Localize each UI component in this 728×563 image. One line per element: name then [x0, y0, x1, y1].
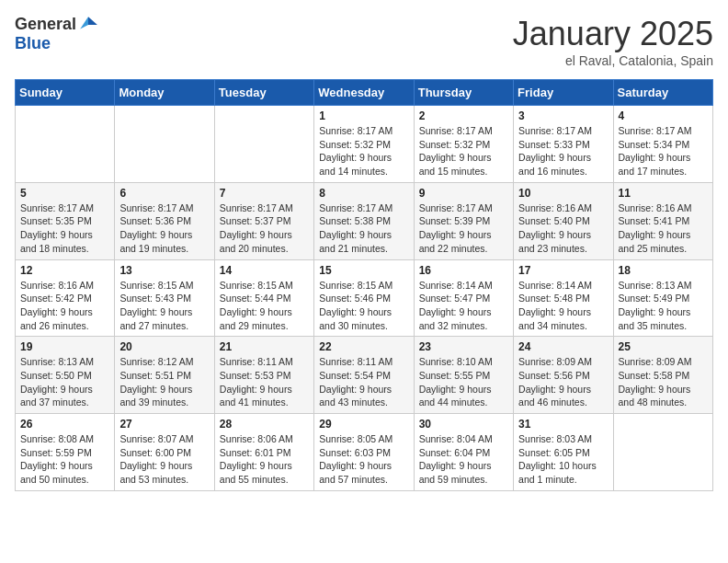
day-info: Sunrise: 8:13 AM Sunset: 5:50 PM Dayligh…	[20, 355, 109, 409]
day-number: 31	[518, 418, 608, 431]
day-number: 3	[518, 109, 608, 122]
day-cell: 23Sunrise: 8:10 AM Sunset: 5:55 PM Dayli…	[414, 337, 513, 414]
day-number: 4	[619, 109, 708, 122]
day-info: Sunrise: 8:03 AM Sunset: 6:05 PM Dayligh…	[518, 432, 608, 487]
day-number: 24	[518, 340, 608, 353]
day-cell: 3Sunrise: 8:17 AM Sunset: 5:33 PM Daylig…	[514, 106, 613, 183]
day-number: 6	[119, 187, 209, 200]
day-number: 21	[220, 340, 309, 353]
calendar-table: SundayMondayTuesdayWednesdayThursdayFrid…	[15, 79, 713, 491]
day-number: 14	[220, 264, 309, 277]
day-cell: 30Sunrise: 8:04 AM Sunset: 6:04 PM Dayli…	[414, 414, 513, 491]
day-number: 23	[419, 340, 508, 353]
week-row-1: 1Sunrise: 8:17 AM Sunset: 5:32 PM Daylig…	[16, 106, 713, 183]
day-cell	[214, 106, 313, 183]
day-info: Sunrise: 8:10 AM Sunset: 5:55 PM Dayligh…	[419, 355, 508, 409]
day-cell: 11Sunrise: 8:16 AM Sunset: 5:41 PM Dayli…	[613, 182, 712, 259]
day-cell: 1Sunrise: 8:17 AM Sunset: 5:32 PM Daylig…	[314, 106, 414, 183]
day-info: Sunrise: 8:14 AM Sunset: 5:47 PM Dayligh…	[419, 279, 508, 333]
day-info: Sunrise: 8:17 AM Sunset: 5:32 PM Dayligh…	[419, 124, 508, 178]
day-info: Sunrise: 8:12 AM Sunset: 5:51 PM Dayligh…	[119, 355, 209, 409]
day-number: 7	[220, 187, 309, 200]
svg-marker-1	[80, 17, 88, 29]
day-cell: 20Sunrise: 8:12 AM Sunset: 5:51 PM Dayli…	[115, 337, 214, 414]
day-number: 28	[220, 418, 309, 431]
day-cell: 27Sunrise: 8:07 AM Sunset: 6:00 PM Dayli…	[115, 414, 214, 491]
day-number: 12	[20, 264, 109, 277]
weekday-header-friday: Friday	[514, 80, 613, 106]
day-cell: 19Sunrise: 8:13 AM Sunset: 5:50 PM Dayli…	[16, 337, 115, 414]
day-cell: 8Sunrise: 8:17 AM Sunset: 5:38 PM Daylig…	[314, 182, 414, 259]
weekday-header-sunday: Sunday	[16, 80, 115, 106]
day-cell	[16, 106, 115, 183]
day-cell: 10Sunrise: 8:16 AM Sunset: 5:40 PM Dayli…	[514, 182, 613, 259]
day-number: 2	[419, 109, 508, 122]
day-info: Sunrise: 8:17 AM Sunset: 5:35 PM Dayligh…	[20, 201, 109, 256]
day-info: Sunrise: 8:05 AM Sunset: 6:03 PM Dayligh…	[319, 432, 408, 487]
day-number: 22	[319, 340, 408, 353]
weekday-header-thursday: Thursday	[414, 80, 513, 106]
day-cell: 6Sunrise: 8:17 AM Sunset: 5:36 PM Daylig…	[115, 182, 214, 259]
logo-general-text: General	[15, 16, 76, 34]
day-number: 29	[319, 418, 408, 431]
day-number: 27	[119, 418, 209, 431]
day-number: 13	[119, 264, 209, 277]
day-cell: 22Sunrise: 8:11 AM Sunset: 5:54 PM Dayli…	[314, 337, 414, 414]
page-header: General Blue January 2025 el Raval, Cata…	[15, 15, 713, 68]
day-number: 18	[619, 264, 708, 277]
logo: General Blue	[15, 15, 98, 53]
day-cell	[613, 414, 712, 491]
day-number: 25	[619, 340, 708, 353]
day-info: Sunrise: 8:11 AM Sunset: 5:54 PM Dayligh…	[319, 355, 408, 409]
day-info: Sunrise: 8:13 AM Sunset: 5:49 PM Dayligh…	[619, 279, 708, 333]
calendar-body: 1Sunrise: 8:17 AM Sunset: 5:32 PM Daylig…	[16, 106, 713, 491]
day-cell: 7Sunrise: 8:17 AM Sunset: 5:37 PM Daylig…	[214, 182, 313, 259]
day-number: 8	[319, 187, 408, 200]
day-info: Sunrise: 8:16 AM Sunset: 5:42 PM Dayligh…	[20, 279, 109, 333]
day-info: Sunrise: 8:16 AM Sunset: 5:41 PM Dayligh…	[619, 201, 708, 256]
day-info: Sunrise: 8:15 AM Sunset: 5:44 PM Dayligh…	[220, 279, 309, 333]
day-info: Sunrise: 8:04 AM Sunset: 6:04 PM Dayligh…	[419, 432, 508, 487]
day-info: Sunrise: 8:16 AM Sunset: 5:40 PM Dayligh…	[518, 201, 608, 256]
day-number: 5	[20, 187, 109, 200]
day-number: 1	[319, 109, 408, 122]
day-cell: 4Sunrise: 8:17 AM Sunset: 5:34 PM Daylig…	[613, 106, 712, 183]
day-info: Sunrise: 8:17 AM Sunset: 5:33 PM Dayligh…	[518, 124, 608, 178]
day-cell	[115, 106, 214, 183]
day-info: Sunrise: 8:15 AM Sunset: 5:43 PM Dayligh…	[119, 279, 209, 333]
day-cell: 17Sunrise: 8:14 AM Sunset: 5:48 PM Dayli…	[514, 259, 613, 337]
day-cell: 21Sunrise: 8:11 AM Sunset: 5:53 PM Dayli…	[214, 337, 313, 414]
day-info: Sunrise: 8:09 AM Sunset: 5:56 PM Dayligh…	[518, 355, 608, 409]
day-number: 15	[319, 264, 408, 277]
day-info: Sunrise: 8:07 AM Sunset: 6:00 PM Dayligh…	[119, 432, 209, 487]
day-info: Sunrise: 8:17 AM Sunset: 5:39 PM Dayligh…	[419, 201, 508, 256]
weekday-header-tuesday: Tuesday	[214, 80, 313, 106]
day-number: 10	[518, 187, 608, 200]
day-cell: 5Sunrise: 8:17 AM Sunset: 5:35 PM Daylig…	[16, 182, 115, 259]
day-cell: 2Sunrise: 8:17 AM Sunset: 5:32 PM Daylig…	[414, 106, 513, 183]
week-row-3: 12Sunrise: 8:16 AM Sunset: 5:42 PM Dayli…	[16, 259, 713, 337]
day-number: 17	[518, 264, 608, 277]
calendar-title: January 2025	[513, 15, 713, 53]
weekday-header-row: SundayMondayTuesdayWednesdayThursdayFrid…	[16, 80, 713, 106]
svg-marker-0	[88, 17, 97, 25]
day-number: 30	[419, 418, 508, 431]
weekday-header-monday: Monday	[115, 80, 214, 106]
day-cell: 24Sunrise: 8:09 AM Sunset: 5:56 PM Dayli…	[514, 337, 613, 414]
day-info: Sunrise: 8:17 AM Sunset: 5:32 PM Dayligh…	[319, 124, 408, 178]
day-info: Sunrise: 8:08 AM Sunset: 5:59 PM Dayligh…	[20, 432, 109, 487]
day-cell: 14Sunrise: 8:15 AM Sunset: 5:44 PM Dayli…	[214, 259, 313, 337]
day-info: Sunrise: 8:06 AM Sunset: 6:01 PM Dayligh…	[220, 432, 309, 487]
day-number: 20	[119, 340, 209, 353]
day-info: Sunrise: 8:09 AM Sunset: 5:58 PM Dayligh…	[619, 355, 708, 409]
day-info: Sunrise: 8:17 AM Sunset: 5:34 PM Dayligh…	[619, 124, 708, 178]
day-cell: 29Sunrise: 8:05 AM Sunset: 6:03 PM Dayli…	[314, 414, 414, 491]
day-info: Sunrise: 8:17 AM Sunset: 5:37 PM Dayligh…	[220, 201, 309, 256]
logo-icon	[78, 15, 98, 35]
day-cell: 13Sunrise: 8:15 AM Sunset: 5:43 PM Dayli…	[115, 259, 214, 337]
day-info: Sunrise: 8:11 AM Sunset: 5:53 PM Dayligh…	[220, 355, 309, 409]
day-cell: 25Sunrise: 8:09 AM Sunset: 5:58 PM Dayli…	[613, 337, 712, 414]
day-number: 9	[419, 187, 508, 200]
day-cell: 16Sunrise: 8:14 AM Sunset: 5:47 PM Dayli…	[414, 259, 513, 337]
week-row-2: 5Sunrise: 8:17 AM Sunset: 5:35 PM Daylig…	[16, 182, 713, 259]
